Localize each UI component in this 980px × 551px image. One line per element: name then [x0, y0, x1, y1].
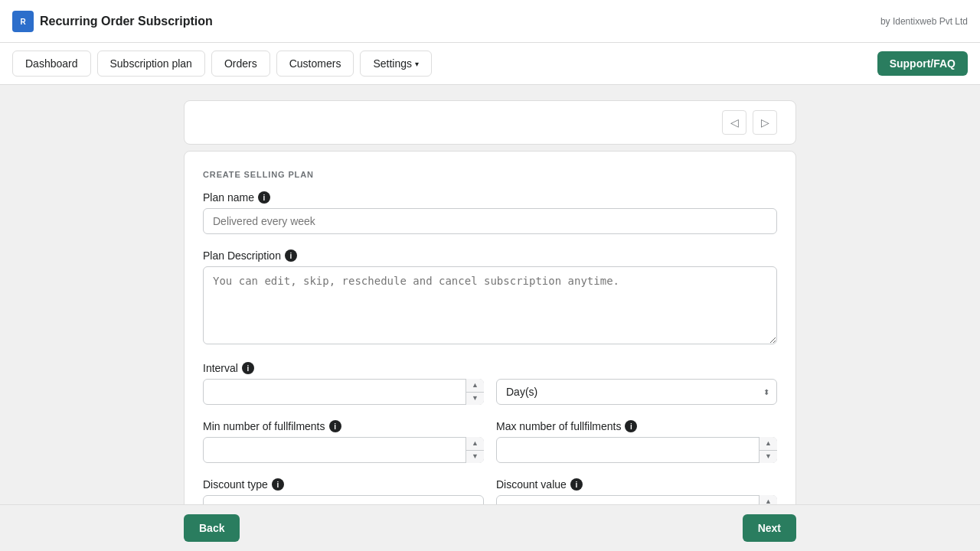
plan-description-label: Plan Description i	[203, 249, 777, 262]
max-fullfilments-spinner: ▲ ▼	[759, 437, 777, 463]
partial-action-btn-1[interactable]: ◁	[722, 110, 746, 135]
min-fullfilments-wrap: ▲ ▼	[203, 437, 484, 463]
next-button[interactable]: Next	[743, 514, 796, 542]
min-fullfilments-down-btn[interactable]: ▼	[466, 451, 484, 464]
interval-number-input[interactable]	[203, 379, 484, 405]
discount-value-info-icon: i	[570, 478, 583, 491]
settings-chevron-icon: ▾	[415, 60, 419, 68]
plan-description-input[interactable]	[203, 266, 777, 344]
section-title: CREATE SELLING PLAN	[203, 170, 777, 179]
min-fullfilments-up-btn[interactable]: ▲	[466, 437, 484, 451]
max-fullfilments-down-btn[interactable]: ▼	[760, 451, 777, 464]
max-fullfilments-up-btn[interactable]: ▲	[760, 437, 777, 451]
nav-orders[interactable]: Orders	[211, 51, 270, 77]
plan-description-info-icon: i	[285, 249, 297, 262]
min-fullfilments-input[interactable]	[203, 437, 484, 463]
interval-unit-wrap: Day(s) Week(s) Month(s) Year(s) ⬍	[496, 379, 777, 405]
plan-name-label: Plan name i	[203, 191, 777, 204]
discount-value-label: Discount value i	[496, 478, 777, 491]
interval-spinner: ▲ ▼	[466, 379, 484, 405]
nav-bar: Dashboard Subscription plan Orders Custo…	[0, 43, 980, 85]
interval-info-icon: i	[242, 362, 254, 374]
min-fullfilments-spinner: ▲ ▼	[466, 437, 484, 463]
min-fullfilments-group: Min number of fullfilments i ▲ ▼	[203, 420, 484, 463]
app-icon: R	[12, 11, 34, 32]
nav-subscription-plan[interactable]: Subscription plan	[97, 51, 205, 77]
discount-type-label: Discount type i	[203, 478, 484, 491]
svg-text:R: R	[20, 18, 26, 26]
nav-settings[interactable]: Settings ▾	[360, 51, 432, 77]
interval-number-wrap: ▲ ▼	[203, 379, 484, 405]
app-title: Recurring Order Subscription	[40, 15, 213, 28]
max-fullfilments-group: Max number of fullfilments i ▲ ▼	[496, 420, 777, 463]
max-fullfilments-info-icon: i	[625, 420, 637, 432]
interval-up-btn[interactable]: ▲	[466, 379, 484, 393]
top-bar: R Recurring Order Subscription by Identi…	[0, 0, 980, 43]
main-content: ◁ ▷ CREATE SELLING PLAN Plan name i Plan…	[0, 85, 980, 551]
bottom-nav: Back Next	[0, 504, 980, 551]
max-fullfilments-wrap: ▲ ▼	[496, 437, 777, 463]
interval-unit-select[interactable]: Day(s) Week(s) Month(s) Year(s)	[496, 379, 777, 405]
app-brand: R Recurring Order Subscription	[12, 11, 213, 32]
max-fullfilments-label: Max number of fullfilments i	[496, 420, 777, 432]
plan-name-info-icon: i	[258, 191, 270, 204]
support-faq-button[interactable]: Support/FAQ	[877, 51, 968, 76]
top-card-partial: ◁ ▷	[184, 100, 796, 145]
nav-dashboard[interactable]: Dashboard	[12, 51, 91, 77]
max-fullfilments-input[interactable]	[496, 437, 777, 463]
plan-description-group: Plan Description i	[203, 249, 777, 347]
min-fullfilments-label: Min number of fullfilments i	[203, 420, 484, 432]
min-fullfilments-info-icon: i	[329, 420, 341, 432]
interval-group: Interval i ▲ ▼ Day(s) Week(s)	[203, 362, 777, 405]
plan-name-group: Plan name i	[203, 191, 777, 234]
fullfilments-row: Min number of fullfilments i ▲ ▼ Max num…	[203, 420, 777, 463]
discount-type-info-icon: i	[272, 478, 284, 491]
nav-customers[interactable]: Customers	[276, 51, 354, 77]
back-button[interactable]: Back	[184, 514, 240, 542]
partial-action-btn-2[interactable]: ▷	[753, 110, 777, 135]
interval-down-btn[interactable]: ▼	[466, 393, 484, 406]
brand-credit: by Identixweb Pvt Ltd	[880, 16, 968, 27]
interval-label: Interval i	[203, 362, 777, 374]
create-selling-plan-card: CREATE SELLING PLAN Plan name i Plan Des…	[184, 151, 796, 551]
plan-name-input[interactable]	[203, 208, 777, 234]
